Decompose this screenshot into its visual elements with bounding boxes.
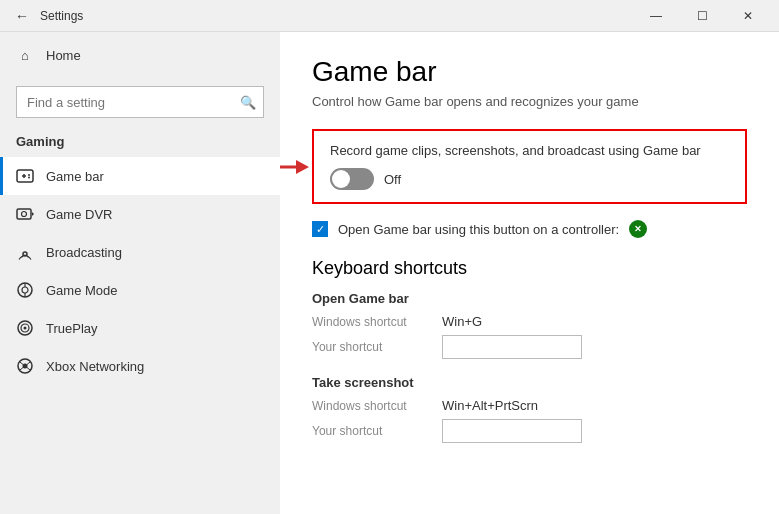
record-label: Record game clips, screenshots, and broa… bbox=[330, 143, 729, 158]
broadcasting-icon bbox=[16, 243, 34, 261]
trueplay-icon bbox=[16, 319, 34, 337]
svg-line-20 bbox=[20, 368, 23, 371]
page-subtitle: Control how Game bar opens and recognize… bbox=[312, 94, 747, 109]
svg-marker-23 bbox=[296, 160, 309, 174]
svg-rect-5 bbox=[17, 209, 31, 219]
shortcut-value-1-0: Win+Alt+PrtScrn bbox=[442, 398, 538, 413]
sidebar: ⌂ Home 🔍 Gaming Game bar bbox=[0, 32, 280, 514]
svg-line-19 bbox=[27, 362, 30, 365]
page-title: Game bar bbox=[312, 56, 747, 88]
open-gamebar-checkbox[interactable]: ✓ bbox=[312, 221, 328, 237]
svg-point-7 bbox=[22, 212, 27, 217]
titlebar: ← Settings — ☐ ✕ bbox=[0, 0, 779, 32]
shortcut-group-screenshot: Take screenshot Windows shortcut Win+Alt… bbox=[312, 375, 747, 443]
window-controls: — ☐ ✕ bbox=[633, 0, 771, 32]
sidebar-item-game-mode[interactable]: Game Mode bbox=[0, 271, 280, 309]
home-icon: ⌂ bbox=[16, 46, 34, 64]
close-button[interactable]: ✕ bbox=[725, 0, 771, 32]
svg-line-18 bbox=[20, 362, 23, 365]
shortcut-label-1-1: Your shortcut bbox=[312, 424, 442, 438]
record-toggle-row: Off bbox=[330, 168, 729, 190]
shortcut-row-0-1: Your shortcut bbox=[312, 335, 747, 359]
shortcut-group-open-gamebar: Open Game bar Windows shortcut Win+G You… bbox=[312, 291, 747, 359]
keyboard-section-title: Keyboard shortcuts bbox=[312, 258, 747, 279]
search-input[interactable] bbox=[16, 86, 264, 118]
open-gamebar-row: ✓ Open Game bar using this button on a c… bbox=[312, 220, 747, 238]
sidebar-item-home[interactable]: ⌂ Home bbox=[0, 36, 280, 74]
svg-point-4 bbox=[28, 177, 30, 179]
record-toggle[interactable] bbox=[330, 168, 374, 190]
shortcut-label-0-0: Windows shortcut bbox=[312, 315, 442, 329]
annotation-arrow bbox=[280, 152, 309, 182]
shortcut-label-0-1: Your shortcut bbox=[312, 340, 442, 354]
svg-marker-6 bbox=[32, 212, 34, 216]
shortcut-input-1-1[interactable] bbox=[442, 419, 582, 443]
shortcut-label-1-0: Windows shortcut bbox=[312, 399, 442, 413]
gamebar-icon bbox=[16, 167, 34, 185]
sidebar-item-xbox-networking[interactable]: Xbox Networking bbox=[0, 347, 280, 385]
svg-point-3 bbox=[28, 174, 30, 176]
shortcut-group-title-1: Take screenshot bbox=[312, 375, 747, 390]
record-highlight-box: Record game clips, screenshots, and broa… bbox=[312, 129, 747, 204]
open-gamebar-label: Open Game bar using this button on a con… bbox=[338, 222, 619, 237]
gamedvr-icon bbox=[16, 205, 34, 223]
gamemode-icon bbox=[16, 281, 34, 299]
svg-point-15 bbox=[24, 327, 27, 330]
shortcut-row-1-0: Windows shortcut Win+Alt+PrtScrn bbox=[312, 398, 747, 413]
main-content: ⌂ Home 🔍 Gaming Game bar bbox=[0, 32, 779, 514]
toggle-label: Off bbox=[384, 172, 401, 187]
shortcut-row-0-0: Windows shortcut Win+G bbox=[312, 314, 747, 329]
search-icon: 🔍 bbox=[240, 95, 256, 110]
sidebar-item-trueplay[interactable]: TruePlay bbox=[0, 309, 280, 347]
shortcut-row-1-1: Your shortcut bbox=[312, 419, 747, 443]
right-panel: Game bar Control how Game bar opens and … bbox=[280, 32, 779, 514]
shortcut-value-0-0: Win+G bbox=[442, 314, 482, 329]
xbox-networking-icon bbox=[16, 357, 34, 375]
toggle-knob bbox=[332, 170, 350, 188]
sidebar-item-game-bar[interactable]: Game bar bbox=[0, 157, 280, 195]
sidebar-item-game-dvr[interactable]: Game DVR bbox=[0, 195, 280, 233]
maximize-button[interactable]: ☐ bbox=[679, 0, 725, 32]
back-button[interactable]: ← bbox=[8, 2, 36, 30]
checkmark-icon: ✓ bbox=[316, 224, 325, 235]
minimize-button[interactable]: — bbox=[633, 0, 679, 32]
shortcut-input-0-1[interactable] bbox=[442, 335, 582, 359]
xbox-icon: ✕ bbox=[629, 220, 647, 238]
sidebar-item-broadcasting[interactable]: Broadcasting bbox=[0, 233, 280, 271]
sidebar-search-container: 🔍 bbox=[16, 86, 264, 118]
svg-point-10 bbox=[22, 287, 28, 293]
sidebar-section-title: Gaming bbox=[0, 130, 280, 157]
window-title: Settings bbox=[40, 9, 633, 23]
svg-line-21 bbox=[27, 368, 30, 371]
shortcut-group-title-0: Open Game bar bbox=[312, 291, 747, 306]
svg-point-17 bbox=[23, 364, 28, 369]
